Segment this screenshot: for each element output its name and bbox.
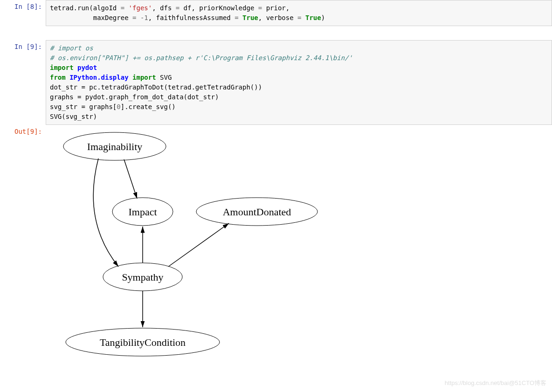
operator: = (235, 14, 238, 21)
code-cell-8: In [8]: tetrad.run(algoId = 'fges', dfs … (0, 0, 552, 26)
boolean-literal: True (305, 14, 321, 21)
operator: = (297, 14, 301, 21)
string-literal: 'fges' (129, 4, 152, 12)
operator: = (121, 4, 124, 12)
prompt-in-9: In [9]: (0, 40, 46, 125)
code-text: , faithfulnessAssumed (148, 14, 235, 21)
keyword: import (50, 64, 74, 71)
module-name: pydot (77, 64, 97, 71)
prompt-in-8: In [8]: (0, 0, 46, 26)
code-text: tetrad.run(algoId (50, 4, 121, 12)
node-label-imaginability: Imaginability (87, 141, 143, 152)
operator: = (176, 4, 179, 12)
comment: # os.environ["PATH"] += os.pathsep + r'C… (50, 54, 352, 62)
node-label-amount: AmountDonated (223, 206, 291, 218)
keyword: import (132, 74, 156, 81)
code-text: maxDegree (50, 14, 132, 21)
keyword: from (50, 74, 66, 81)
code-text: SVG (156, 74, 172, 81)
code-text: df, priorKnowledge (179, 4, 258, 12)
operator: = (258, 4, 262, 12)
comment: # import os (50, 44, 93, 52)
number-literal: 0 (117, 103, 120, 110)
code-text (136, 14, 140, 21)
boolean-literal: True (242, 14, 258, 21)
edge-imaginability-sympathy (93, 158, 118, 267)
number-literal: -1 (140, 14, 148, 21)
code-text: svg_str = graphs[ (50, 103, 117, 110)
output-cell-9: Out[9]: Imaginability Impact AmountDonat… (0, 125, 552, 370)
code-text: dot_str = pc.tetradGraphToDot(tetrad.get… (50, 83, 262, 91)
graph-svg: Imaginability Impact AmountDonated Sympa… (49, 128, 329, 365)
code-text: , verbose (258, 14, 297, 21)
node-label-sympathy: Sympathy (122, 271, 163, 283)
code-text (239, 14, 242, 21)
node-label-tangibility: TangibilityCondition (100, 337, 186, 348)
edge-sympathy-amount (168, 223, 229, 267)
output-svg: Imaginability Impact AmountDonated Sympa… (46, 125, 552, 370)
code-text: graphs = pydot.graph_from_dot_data(dot_s… (50, 93, 219, 101)
code-input-8[interactable]: tetrad.run(algoId = 'fges', dfs = df, pr… (46, 0, 552, 26)
code-text: ].create_svg() (121, 103, 176, 110)
module-name: IPython.display (69, 74, 128, 81)
code-text (124, 4, 128, 12)
node-label-impact: Impact (128, 206, 157, 218)
code-text: SVG(svg_str) (50, 113, 97, 120)
code-text: , dfs (152, 4, 176, 12)
prompt-out-9: Out[9]: (0, 125, 46, 370)
watermark: https://blog.csdn.net/bai@51CTO博客 (445, 379, 546, 387)
edge-imaginability-impact (124, 159, 137, 199)
code-input-9[interactable]: # import os # os.environ["PATH"] += os.p… (46, 40, 552, 125)
code-text: prior, (262, 4, 290, 12)
code-text (302, 14, 305, 21)
code-cell-9: In [9]: # import os # os.environ["PATH"]… (0, 40, 552, 125)
code-text: ) (321, 14, 325, 21)
